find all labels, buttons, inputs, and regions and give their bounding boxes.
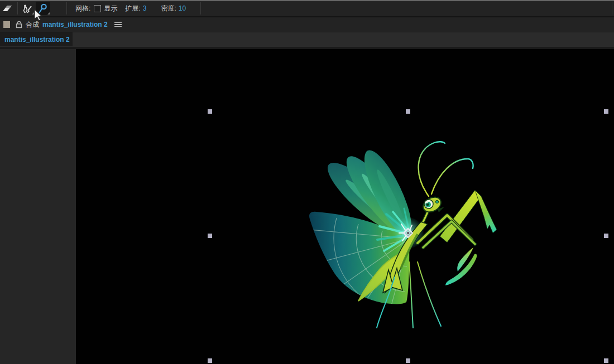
eraser-tool-button[interactable]: [1, 2, 15, 15]
mesh-option-group: 网格: 显示: [75, 4, 117, 13]
viewer-tab-row: mantis_illustration 2: [0, 32, 614, 47]
left-panel: [0, 49, 76, 364]
selection-handle[interactable]: [208, 358, 212, 363]
viewer-tab-label: mantis_illustration 2: [4, 36, 70, 43]
tool-options-bar: 网格: 显示 扩展: 3 密度: 10: [0, 0, 614, 17]
expansion-option-group: 扩展: 3: [125, 4, 146, 13]
subtool-indicator: [47, 12, 50, 14]
expansion-label: 扩展:: [125, 4, 140, 13]
density-option-group: 密度: 10: [161, 4, 186, 13]
roto-brush-icon: [22, 3, 33, 14]
selection-handle[interactable]: [406, 109, 410, 114]
comp-type-label: 合成: [26, 20, 39, 30]
selection-handle[interactable]: [604, 234, 608, 238]
selection-handle[interactable]: [208, 234, 212, 238]
mesh-show-label[interactable]: 显示: [104, 4, 117, 13]
density-label: 密度:: [161, 4, 176, 13]
selection-handle[interactable]: [208, 109, 212, 114]
toolbar-separator: [200, 2, 201, 14]
composition-info-bar: 合成 mantis_illustration 2: [0, 17, 614, 32]
unlocked-padlock-icon[interactable]: [16, 21, 22, 28]
panel-menu-icon[interactable]: [114, 22, 122, 27]
selection-handle[interactable]: [604, 358, 608, 363]
comp-color-swatch: [3, 21, 10, 28]
selection-handle[interactable]: [406, 358, 410, 363]
toolbar-separator: [66, 2, 67, 14]
after-effects-window: { "toolbar": { "tools": [ { "name": "era…: [0, 0, 614, 364]
selection-handle[interactable]: [604, 109, 608, 114]
eraser-icon: [2, 3, 13, 13]
density-value[interactable]: 10: [179, 4, 186, 12]
puppet-pin[interactable]: [402, 227, 414, 239]
mesh-show-checkbox[interactable]: [94, 5, 101, 12]
mesh-label: 网格:: [75, 4, 90, 13]
comp-name[interactable]: mantis_illustration 2: [42, 21, 108, 28]
toolbar-separator: [17, 2, 18, 14]
content-area: [0, 47, 614, 364]
toolbar-separator: [612, 2, 612, 14]
mouse-cursor: [34, 9, 43, 21]
roto-brush-tool-button[interactable]: [20, 2, 35, 15]
composition-viewer[interactable]: [76, 49, 614, 364]
viewer-tab[interactable]: mantis_illustration 2: [0, 32, 73, 46]
expansion-value[interactable]: 3: [143, 4, 147, 12]
